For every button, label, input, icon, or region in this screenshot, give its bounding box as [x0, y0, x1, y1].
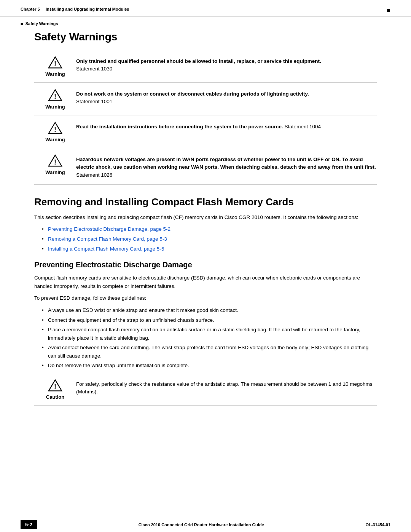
page-footer: 5-2 Cisco 2010 Connected Grid Router Har… — [0, 517, 411, 532]
warning-label-1: Warning — [45, 71, 65, 77]
caution-text: For safety, periodically check the resis… — [76, 378, 377, 396]
caution-block: ! Caution For safety, periodically check… — [34, 374, 377, 406]
link-preventing-esd[interactable]: Preventing Electrostatic Discharge Damag… — [48, 226, 170, 232]
warning-block-3: ! Warning Read the installation instruct… — [34, 117, 377, 148]
footer-center-text: Cisco 2010 Connected Grid Router Hardwar… — [37, 522, 366, 527]
removing-installing-intro: This section describes installing and re… — [34, 213, 377, 222]
warning-block-1: ! Warning Only trained and qualified per… — [34, 51, 377, 83]
warning-triangle-icon-1: ! — [48, 55, 62, 70]
warning-block-4: ! Warning Hazardous network voltages are… — [34, 150, 377, 185]
caution-icon-col: ! Caution — [34, 378, 76, 400]
warning-triangle-icon-3: ! — [48, 121, 62, 135]
sidebar-label: ■ Safety Warnings — [21, 21, 58, 26]
warning-statement-4: Statement 1026 — [76, 172, 112, 178]
warning-text-2: Do not work on the system or connect or … — [76, 88, 377, 106]
svg-text:!: ! — [54, 158, 56, 166]
main-content: Safety Warnings ! Warning Only trained a… — [0, 20, 411, 430]
svg-text:!: ! — [54, 93, 56, 101]
preventing-esd-title: Preventing Electrostatic Discharge Damag… — [34, 260, 377, 269]
warning-icon-col-4: ! Warning — [34, 153, 76, 175]
esd-bullet-4: Avoid contact between the card and cloth… — [42, 343, 377, 360]
caution-body: For safety, periodically check the resis… — [76, 381, 372, 395]
warning-label-4: Warning — [45, 169, 65, 175]
list-item-link-1[interactable]: Preventing Electrostatic Discharge Damag… — [42, 225, 377, 233]
warning-bold-2: Do not work on the system or connect or … — [76, 91, 309, 97]
link-removing-cf[interactable]: Removing a Compact Flash Memory Card, pa… — [48, 236, 167, 242]
page-number: 5-2 — [21, 520, 37, 529]
warning-label-2: Warning — [45, 104, 65, 110]
preventing-esd-guidelines-intro: To prevent ESD damage, follow these guid… — [34, 294, 377, 302]
warning-bold-1: Only trained and qualified personnel sho… — [76, 58, 321, 64]
warning-statement-3: Statement 1004 — [285, 124, 321, 129]
warning-bold-3: Read the installation instructions befor… — [76, 124, 283, 129]
esd-bullet-2: Connect the equipment end of the strap t… — [42, 316, 377, 324]
svg-text:!: ! — [54, 60, 56, 68]
warning-statement-1: Statement 1030 — [76, 66, 112, 72]
removing-installing-links-list: Preventing Electrostatic Discharge Damag… — [42, 225, 377, 253]
esd-bullet-1: Always use an ESD wrist or ankle strap a… — [42, 306, 377, 315]
warning-text-1: Only trained and qualified personnel sho… — [76, 55, 377, 73]
footer-right-text: OL-31454-01 — [366, 522, 390, 527]
header-chapter-title: Installing and Upgrading Internal Module… — [46, 7, 129, 11]
esd-bullets-list: Always use an ESD wrist or ankle strap a… — [42, 306, 377, 370]
svg-text:!: ! — [54, 383, 56, 391]
warning-triangle-icon-2: ! — [48, 88, 62, 102]
caution-triangle-icon: ! — [48, 378, 62, 393]
page-header: Chapter 5 Installing and Upgrading Inter… — [0, 0, 411, 16]
warning-icon-col-3: ! Warning — [34, 121, 76, 142]
esd-bullet-3: Place a removed compact flash memory car… — [42, 326, 377, 342]
preventing-esd-intro: Compact flash memory cards are sensitive… — [34, 274, 377, 290]
header-left: Chapter 5 Installing and Upgrading Inter… — [21, 7, 129, 11]
svg-text:!: ! — [54, 126, 56, 133]
warning-triangle-icon-4: ! — [48, 153, 62, 168]
list-item-link-3[interactable]: Installing a Compact Flash Memory Card, … — [42, 245, 377, 253]
warning-block-2: ! Warning Do not work on the system or c… — [34, 84, 377, 115]
warning-statement-2: Statement 1001 — [76, 99, 112, 104]
warning-icon-col-2: ! Warning — [34, 88, 76, 110]
removing-installing-title: Removing and Installing Compact Flash Me… — [34, 196, 377, 208]
warning-text-4: Hazardous network voltages are present i… — [76, 153, 377, 179]
warning-label-3: Warning — [45, 137, 65, 142]
safety-warnings-title: Safety Warnings — [34, 31, 377, 43]
warning-bold-4: Hazardous network voltages are present i… — [76, 157, 376, 170]
caution-label: Caution — [46, 394, 64, 400]
warning-text-3: Read the installation instructions befor… — [76, 121, 377, 131]
list-item-link-2[interactable]: Removing a Compact Flash Memory Card, pa… — [42, 235, 377, 243]
warning-icon-col-1: ! Warning — [34, 55, 76, 77]
link-installing-cf[interactable]: Installing a Compact Flash Memory Card, … — [48, 246, 164, 252]
header-chapter: Chapter 5 — [21, 7, 40, 11]
esd-bullet-5: Do not remove the wrist strap until the … — [42, 361, 377, 370]
